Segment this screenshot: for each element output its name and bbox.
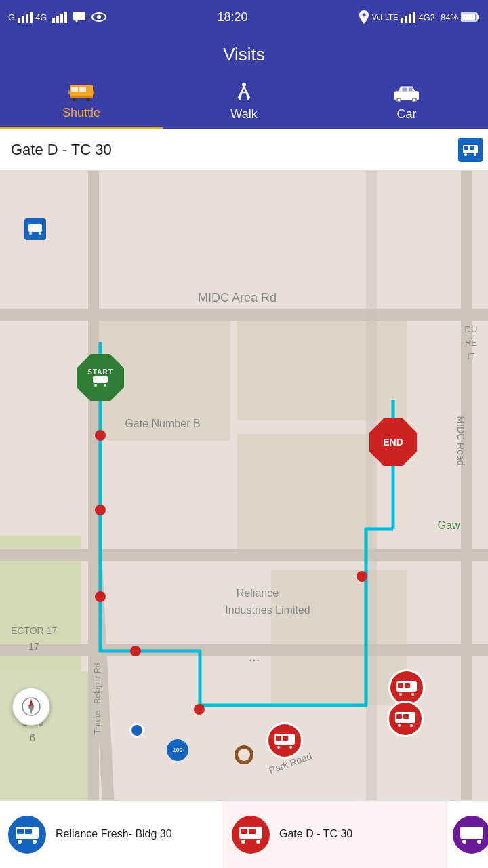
app-header: Visits xyxy=(0,34,488,75)
svg-point-108 xyxy=(477,840,481,844)
tab-car[interactable]: Car xyxy=(325,75,488,129)
card-label-1: Reliance Fresh- Bldg 30 xyxy=(56,827,172,842)
svg-text:RE: RE xyxy=(465,338,477,348)
tab-walk[interactable]: Walk xyxy=(163,75,325,129)
svg-rect-49 xyxy=(0,549,488,561)
svg-rect-71 xyxy=(93,376,108,383)
svg-point-24 xyxy=(73,98,77,102)
svg-rect-50 xyxy=(0,644,488,656)
end-text: END xyxy=(383,437,403,448)
svg-rect-88 xyxy=(403,714,409,719)
svg-point-73 xyxy=(104,384,106,387)
map-area[interactable]: Gate D - TC 30 xyxy=(0,129,488,807)
message-icon xyxy=(73,11,86,23)
distance-label: 100 xyxy=(172,747,182,753)
svg-rect-21 xyxy=(70,96,93,98)
signal-icon-3 xyxy=(401,11,415,23)
svg-point-104 xyxy=(241,840,245,844)
stop-dot-5 xyxy=(194,704,205,715)
svg-rect-35 xyxy=(409,87,413,91)
svg-rect-34 xyxy=(402,87,407,91)
svg-point-85 xyxy=(398,724,401,727)
svg-rect-3 xyxy=(30,12,33,23)
compass-icon xyxy=(21,696,41,717)
bus-stop-center xyxy=(266,722,303,759)
svg-point-25 xyxy=(86,98,90,102)
svg-text:...: ... xyxy=(249,649,260,664)
svg-rect-13 xyxy=(401,18,403,23)
svg-text:MIDC Area Rd: MIDC Area Rd xyxy=(198,291,277,304)
stop-dot-6 xyxy=(357,571,367,582)
route-card-gate-d[interactable]: Gate D - TC 30 xyxy=(224,801,447,868)
svg-point-76 xyxy=(289,746,292,749)
signal-icon-2 xyxy=(52,11,67,23)
eye-icon xyxy=(92,11,106,23)
bus-icon xyxy=(68,81,95,103)
ring-marker xyxy=(235,745,253,764)
stop-dot-3 xyxy=(95,591,106,602)
svg-point-91 xyxy=(39,232,41,235)
bus-stop-small xyxy=(24,218,46,240)
svg-marker-9 xyxy=(75,20,78,23)
svg-point-72 xyxy=(94,384,97,387)
svg-rect-102 xyxy=(241,829,247,834)
svg-point-31 xyxy=(398,98,401,101)
svg-rect-45 xyxy=(237,319,407,420)
svg-rect-1 xyxy=(22,16,24,23)
svg-rect-87 xyxy=(396,714,402,719)
svg-rect-97 xyxy=(17,829,24,834)
svg-point-80 xyxy=(399,693,402,696)
svg-point-11 xyxy=(97,15,101,19)
svg-point-99 xyxy=(18,840,22,844)
svg-point-12 xyxy=(362,14,365,17)
compass-button[interactable] xyxy=(12,688,50,726)
status-right: Vol LTE 4G2 84% xyxy=(359,10,480,24)
svg-rect-48 xyxy=(0,309,488,321)
route-card-third[interactable] xyxy=(447,801,488,868)
route-card-reliance-fresh[interactable]: Reliance Fresh- Bldg 30 xyxy=(0,801,224,868)
card-bus-icon-3 xyxy=(460,825,484,844)
svg-rect-4 xyxy=(52,18,55,23)
walk-icon xyxy=(230,83,258,104)
svg-rect-15 xyxy=(409,14,411,23)
stop-dot-1 xyxy=(95,430,106,441)
tab-walk-label: Walk xyxy=(230,107,257,121)
card-label-2: Gate D - TC 30 xyxy=(279,827,352,842)
svg-text:17: 17 xyxy=(28,641,39,652)
svg-text:MIDC Road: MIDC Road xyxy=(455,416,466,465)
svg-point-81 xyxy=(411,693,414,696)
svg-rect-89 xyxy=(28,224,42,232)
svg-rect-7 xyxy=(64,12,67,23)
svg-rect-18 xyxy=(477,15,479,19)
distance-marker: 100 xyxy=(167,739,188,761)
bus-stop-r2-icon xyxy=(394,711,416,727)
battery-pct: 84% xyxy=(441,12,458,22)
car-svg xyxy=(393,84,420,103)
signal-icon xyxy=(18,11,33,23)
svg-rect-19 xyxy=(462,14,476,20)
svg-text:Reliance: Reliance xyxy=(237,587,279,599)
svg-point-105 xyxy=(256,840,260,844)
status-time: 18:20 xyxy=(218,10,248,24)
card-bus-icon-2 xyxy=(239,825,263,844)
svg-rect-98 xyxy=(25,829,32,834)
svg-point-100 xyxy=(33,840,37,844)
tab-shuttle[interactable]: Shuttle xyxy=(0,75,163,129)
svg-rect-16 xyxy=(413,12,415,23)
bus-stop-r1-icon xyxy=(396,679,418,696)
start-marker: START xyxy=(77,354,124,401)
svg-rect-5 xyxy=(56,16,59,23)
svg-rect-37 xyxy=(464,146,468,150)
location-dot xyxy=(129,723,144,738)
svg-text:IT: IT xyxy=(467,351,475,361)
svg-rect-106 xyxy=(460,827,483,839)
stop-dot-2 xyxy=(95,505,106,515)
volte-label: Vol xyxy=(372,13,382,21)
svg-rect-23 xyxy=(79,87,86,92)
tab-shuttle-label: Shuttle xyxy=(62,106,100,120)
svg-rect-78 xyxy=(283,736,288,741)
route-label-bar: Gate D - TC 30 xyxy=(0,129,488,171)
network-4g2: 4G2 xyxy=(418,12,435,22)
bus-stop-icon-svg xyxy=(274,732,296,749)
card-icon-purple xyxy=(453,816,488,854)
